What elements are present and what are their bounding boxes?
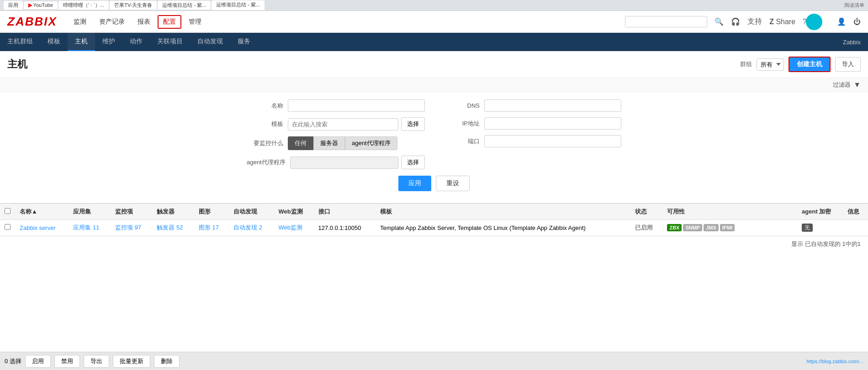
subnav-hosts[interactable]: 主机 [68,33,95,51]
nav-admin[interactable]: 管理 [183,15,207,29]
user-icon[interactable]: 👤 [837,17,846,26]
reset-button[interactable]: 重设 [436,176,470,191]
th-status-label: 状态 [635,208,647,215]
autodiscovery-link[interactable]: 自动发现 2 [233,224,262,231]
export-button[interactable]: 导出 [84,355,109,368]
page-title: 主机 [7,57,27,71]
browser-tab-mgtv[interactable]: 芒果TV-天生青春 [110,1,157,10]
import-button[interactable]: 导入 [835,57,861,72]
th-templates-label: 模板 [380,208,392,215]
th-agent-encrypt[interactable]: agent 加密 [797,204,843,220]
apply-button[interactable]: 应用 [398,176,431,191]
subnav-templates[interactable]: 模板 [40,33,68,51]
logout-icon[interactable]: ⏻ [853,18,861,26]
host-name-link[interactable]: Zabbix server [20,224,56,231]
browser-tab-bilibili[interactable]: 哔哩哔哩（' · `）... [58,1,109,10]
monitor-btn-agent[interactable]: agent代理程序 [345,136,397,150]
th-spacer [754,204,797,220]
header-search-input[interactable] [625,16,707,27]
nav-monitor[interactable]: 监测 [68,15,92,29]
reader-button[interactable]: 阅读清单 [844,2,864,9]
filter-template-label: 模板 [247,120,283,128]
filter-ip-input[interactable] [484,117,621,130]
disable-button[interactable]: 禁用 [54,355,80,368]
filter-agent-select-button[interactable]: 选择 [401,156,425,169]
subnav-services[interactable]: 服务 [230,33,258,51]
badge-ipmi: IPMI [720,224,735,231]
filter-template-row: 模板 选择 [247,117,425,131]
th-interface[interactable]: 接口 [314,204,376,220]
browser-tab-apps[interactable]: 应用 [4,1,23,10]
monitor-btn-any[interactable]: 任何 [288,136,313,150]
filter-template-select-button[interactable]: 选择 [401,117,425,131]
th-info[interactable]: 信息 [843,204,868,220]
filter-bar: 过滤器 ▼ [0,78,868,92]
monitor-buttons: 任何 服务器 agent代理程序 [288,136,397,150]
th-appset[interactable]: 应用集 [69,204,111,220]
th-graphs[interactable]: 图形 [194,204,229,220]
delete-button[interactable]: 删除 [154,355,180,368]
hosts-table: 名称▲ 应用集 监控项 触发器 图形 自动发现 Web监测 接口 模板 状态 可… [0,203,868,236]
th-web-monitor[interactable]: Web监测 [274,204,314,220]
row-checkbox-cell [0,220,15,236]
subnav-user: Zabbix [843,39,868,46]
badge-snmp: SNMP [683,224,702,231]
th-name[interactable]: 名称▲ [15,204,69,220]
browser-tab-ops2[interactable]: 运维项目总结 - 紫... [212,0,265,10]
filter-template-input[interactable] [288,118,398,130]
row-availability-cell: ZBX SNMP JMX IPMI [662,220,754,236]
row-info-cell [843,220,868,236]
row-checkbox[interactable] [5,224,11,230]
browser-tab-ops1[interactable]: 运维项目总结 - 紫... [158,1,211,10]
filter-monitor-label: 要监控什么 [247,139,283,147]
graphs-link[interactable]: 图形 17 [199,224,219,231]
th-availability[interactable]: 可用性 [662,204,754,220]
browser-tab-youtube[interactable]: ▶ YouTube [24,1,58,9]
youtube-tab-label: YouTube [33,2,53,8]
th-autodiscovery[interactable]: 自动发现 [229,204,274,220]
bulk-update-button[interactable]: 批量更新 [113,355,150,368]
monitor-btn-server[interactable]: 服务器 [313,136,345,150]
filter-icon[interactable]: ▼ [853,81,861,89]
user-avatar[interactable] [806,14,822,30]
row-interface-cell: 127.0.0.1:10050 [314,220,376,236]
nav-assets[interactable]: 资产记录 [94,15,130,29]
filter-dns-input[interactable] [484,99,621,112]
support-label[interactable]: 支持 [747,17,762,26]
row-items-cell: 监控项 97 [111,220,153,236]
th-templates[interactable]: 模板 [376,204,630,220]
enable-button[interactable]: 启用 [25,355,51,368]
share-icon[interactable]: Z Share [769,18,795,26]
page-main: 主机 群组 所有 创建主机 导入 过滤器 ▼ 名称 模板 [0,51,868,370]
search-icon[interactable]: 🔍 [715,17,724,26]
th-web-label: Web监测 [279,208,303,215]
filter-port-input[interactable] [484,135,621,147]
footer-link[interactable]: https://blog.zabbix.com/... [806,359,863,364]
subnav-actions[interactable]: 动作 [122,33,150,51]
subnav-autodiscovery[interactable]: 自动发现 [190,33,230,51]
filter-form-inner: 名称 模板 选择 要监控什么 任何 服务器 agent代理程序 [228,99,640,169]
headset-icon[interactable]: 🎧 [731,17,740,26]
select-all-checkbox[interactable] [5,208,11,214]
th-triggers[interactable]: 触发器 [152,204,194,220]
web-monitor-link[interactable]: Web监测 [279,224,303,231]
nav-reports[interactable]: 报表 [132,15,156,29]
appset-link[interactable]: 应用集 11 [73,224,99,231]
group-select[interactable]: 所有 [757,58,784,71]
zabbix-logo: ZABBIX [7,15,57,29]
items-link[interactable]: 监控项 97 [115,224,141,231]
badge-jmx: JMX [704,224,719,231]
subnav-host-groups[interactable]: 主机群组 [0,33,40,51]
subnav-correlations[interactable]: 关联项目 [150,33,190,51]
filter-port-row: 端口 [443,135,621,147]
create-host-button[interactable]: 创建主机 [789,57,831,72]
interface-value: 127.0.0.1:10050 [318,224,361,231]
th-status[interactable]: 状态 [630,204,662,220]
subnav-maintenance[interactable]: 维护 [95,33,122,51]
triggers-link[interactable]: 触发器 52 [157,224,183,231]
row-status-cell: 已启用 [630,220,662,236]
filter-agent-input[interactable] [290,156,398,169]
nav-config[interactable]: 配置 [158,15,181,29]
filter-name-input[interactable] [288,99,425,112]
th-monitor-items[interactable]: 监控项 [111,204,153,220]
